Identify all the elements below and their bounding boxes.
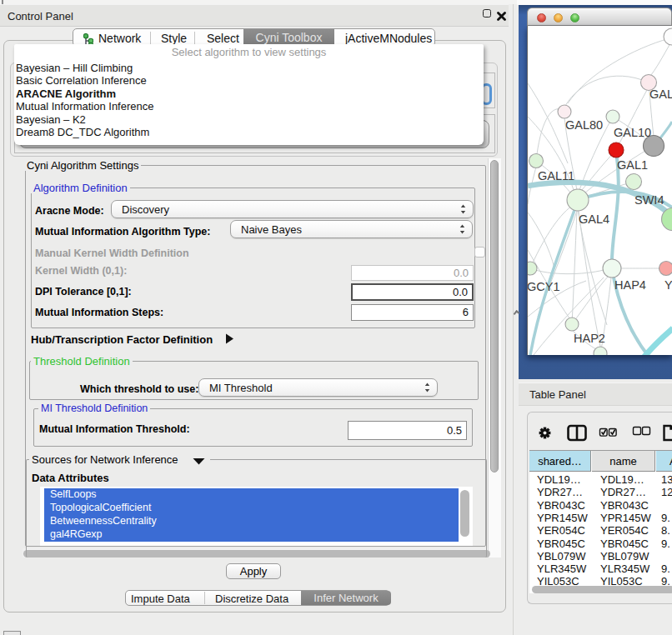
svg-text:HAP4: HAP4	[614, 278, 646, 292]
svg-text:GAL4: GAL4	[579, 212, 609, 226]
svg-text:GAL80: GAL80	[565, 118, 603, 132]
svg-text:SWI4: SWI4	[634, 193, 664, 207]
svg-text:GAL: GAL	[649, 88, 672, 101]
svg-text:GAL1: GAL1	[617, 158, 648, 172]
svg-text:GAL11: GAL11	[538, 169, 574, 182]
svg-text:HAP2: HAP2	[574, 332, 605, 345]
svg-text:GCY1: GCY1	[528, 280, 560, 293]
svg-text:Y: Y	[664, 278, 672, 292]
svg-text:GAL10: GAL10	[614, 126, 651, 139]
